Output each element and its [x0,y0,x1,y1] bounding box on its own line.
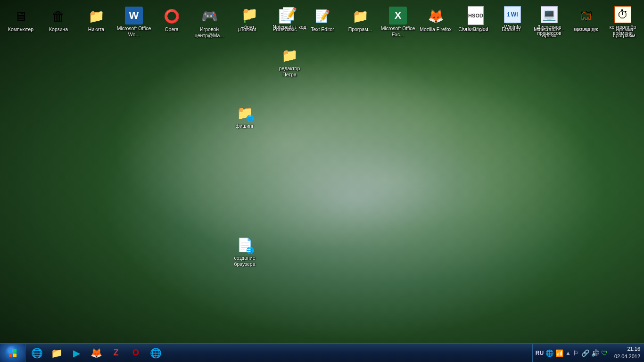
taskbar-pinned-items: 🌐 📁 ▶ 🦊 Z O 🌐 [25,344,281,362]
tray-ru-label[interactable]: RU [536,350,544,356]
ms-excel-icon: X [389,7,407,25]
phishing-icon: 📁 🌐 [235,103,254,122]
dispatcher-icon: 💻 [541,6,558,23]
icon-recycle[interactable]: 🗑 Корзина [40,5,77,46]
taskbar-firefox-pin[interactable]: 🦊 [87,345,106,361]
recycle-icon: 🗑 [49,7,68,25]
tray-connection-icon[interactable]: 🔗 [581,349,589,357]
icon-label: Opera [165,26,178,33]
icon-label: Диспетчер процессов [532,24,567,36]
icon-label: фишинг [236,123,254,129]
firefox-icon: 🦊 [426,7,445,25]
zona-icon: Z [114,348,119,358]
icon-label: WinInfo [504,24,521,30]
svg-rect-3 [13,354,17,357]
icon-ms-word[interactable]: W Microsoft Office Wo... [116,5,152,46]
icon-computer[interactable]: 🖥 Компьютер [2,5,39,46]
controller-icon: ⏱ [614,6,631,23]
icon-nikita[interactable]: 📁 Никита [78,5,115,46]
icon-programs[interactable]: 📁 Програм... [342,5,379,46]
icon-brut[interactable]: 📁 брут [231,2,268,40]
icon-wininfo[interactable]: ℹ WI WinInfo [494,4,531,46]
ms-word-icon: W [125,7,143,25]
clock-time: 21:16 [614,346,640,353]
tray-flag-icon[interactable]: 🏳 [573,349,579,357]
taskbar-explorer[interactable]: 📁 [47,345,66,361]
ie-icon: 🌐 [31,347,43,359]
taskbar-ie[interactable]: 🌐 [27,345,46,361]
tray-wifi-icon[interactable]: 📶 [555,349,563,357]
icon-phishing[interactable]: 📁 🌐 фишинг [226,101,263,139]
editor-petra-icon: 📁 [280,46,299,65]
tray-arrow-icon[interactable]: ▲ [565,350,571,356]
icon-provodnik[interactable]: 🗂 проводник [568,4,604,46]
folder-icon: 📁 [87,7,106,25]
taskbar-zona[interactable]: Z [107,345,125,361]
icon-label: Microsoft Office Wo... [116,25,151,37]
tray-volume-icon[interactable]: 🔊 [591,349,599,357]
icon-ms-excel[interactable]: X Microsoft Office Exc... [380,5,416,46]
icon-firefox[interactable]: 🦊 Mozilla Firefox [417,5,454,46]
folder-programs-icon: 📁 [351,7,370,25]
wininfo-icon: ℹ WI [504,6,521,23]
icon-orforu[interactable]: HSOD orforu.hsod [457,4,494,46]
svg-rect-2 [9,354,12,357]
icon-label: Програм... [348,26,372,33]
icon-opera[interactable]: ⭕ Opera [153,5,190,46]
svg-rect-1 [13,349,17,353]
icon-label: Корзина [49,26,68,33]
icon-notepadpp-cod[interactable]: 📝 Notepad++ код [271,2,308,40]
taskbar-media[interactable]: ▶ [67,345,86,361]
tray-shield-icon[interactable]: 🛡 [601,349,608,357]
icon-label: Никита [88,26,104,33]
tray-network-icon[interactable]: 🌐 [545,349,553,357]
windows-orb-icon [5,346,20,361]
icon-label: редактор Петра [272,66,307,77]
icon-label: проводник [574,26,598,32]
create-browser-icon: 📄 🌐 [235,235,254,254]
computer-icon: 🖥 [11,7,30,25]
svg-rect-0 [9,349,12,353]
opera-tb-icon: O [132,348,139,358]
start-button[interactable] [0,344,25,362]
provodnik-icon: 🗂 [577,6,595,25]
icon-create-browser[interactable]: 📄 🌐 создание браузера [226,233,263,271]
icon-label: создание браузера [227,255,262,267]
system-tray: RU 🌐 📶 ▲ 🏳 🔗 🔊 🛡 [532,344,611,362]
taskbar-chrome-pin[interactable]: 🌐 [146,345,165,361]
icon-label: Mozilla Firefox [420,26,452,33]
media-icon: ▶ [73,347,80,359]
icon-label: Компьютер [8,26,33,33]
taskbar: 🌐 📁 ▶ 🦊 Z O 🌐 RU 🌐 📶 [0,343,644,362]
opera-icon: ⭕ [162,7,181,25]
icon-editor-petra[interactable]: 📁 редактор Петра [271,44,308,82]
orforu-icon: HSOD [468,6,484,25]
icon-label: Notepad++ код [272,24,306,30]
taskbar-opera-pin[interactable]: O [126,345,145,361]
icon-label: контроллёр времени [605,24,640,36]
icon-dispatcher[interactable]: 💻 Диспетчер процессов [531,4,568,46]
game-center-icon: 🎮 [200,7,219,25]
icon-label: Microsoft Office Exc... [380,25,415,37]
firefox-tb-icon: 🦊 [91,347,102,359]
icon-label: брут [244,24,255,30]
notepadpp-cod-icon: 📝 [280,4,299,23]
icon-controller[interactable]: ⏱ контроллёр времени [604,4,641,46]
chrome-tb-icon: 🌐 [150,347,162,359]
brut-folder-icon: 📁 [240,4,259,23]
system-clock[interactable]: 21:16 02.04.2012 [611,346,644,360]
icon-chitat[interactable]: 📁 читы [641,4,644,46]
clock-date: 02.04.2012 [614,353,640,360]
explorer-icon: 📁 [51,347,63,359]
icon-label: orforu.hsod [463,26,488,32]
